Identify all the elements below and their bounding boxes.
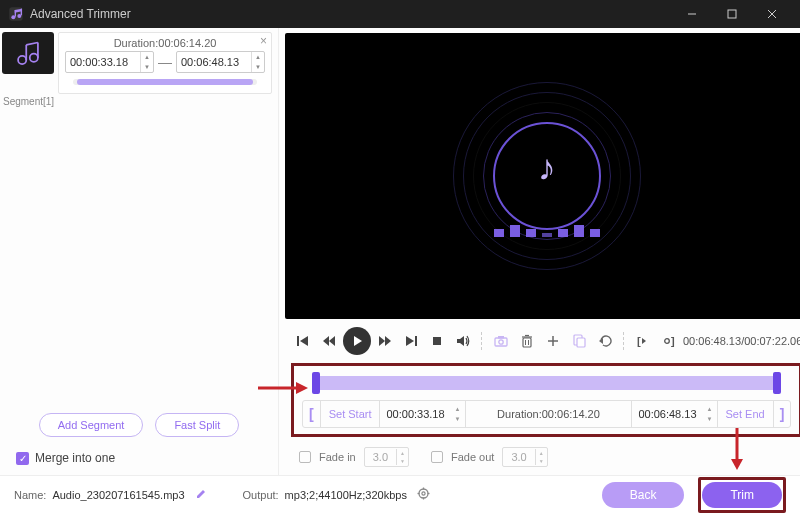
fade-in-checkbox[interactable]	[299, 451, 311, 463]
spin-up-icon[interactable]: ▲	[141, 52, 153, 62]
trim-handle-start[interactable]	[312, 372, 320, 394]
undo-icon[interactable]	[593, 329, 617, 353]
delete-icon[interactable]	[515, 329, 539, 353]
trim-slider[interactable]	[302, 372, 791, 394]
fade-out-checkbox[interactable]	[431, 451, 443, 463]
set-start-button[interactable]: Set Start	[321, 401, 381, 427]
skip-end-icon[interactable]	[399, 329, 423, 353]
fade-in-input[interactable]: 3.0▲▼	[364, 447, 409, 467]
segment-thumbnail[interactable]	[2, 32, 54, 74]
svg-point-9	[18, 56, 26, 64]
fade-out-label: Fade out	[451, 451, 494, 463]
svg-marker-17	[329, 336, 335, 346]
trim-button[interactable]: Trim	[702, 482, 782, 508]
svg-rect-28	[523, 338, 531, 347]
svg-rect-22	[415, 336, 417, 346]
snapshot-icon[interactable]	[489, 329, 513, 353]
footer-bar: Name: Audio_230207161545.mp3 Output: mp3…	[0, 475, 800, 513]
copy-icon[interactable]	[567, 329, 591, 353]
skip-start-icon[interactable]	[291, 329, 315, 353]
segment-panel: × Duration:00:06:14.20 ▲▼ — ▲▼	[58, 32, 272, 94]
mark-out-icon[interactable]: ]	[657, 329, 681, 353]
mark-in-icon[interactable]: [	[631, 329, 655, 353]
segment-start-input[interactable]: ▲▼	[65, 51, 154, 73]
svg-marker-15	[300, 336, 308, 346]
svg-point-26	[499, 340, 503, 344]
fast-split-button[interactable]: Fast Split	[155, 413, 239, 437]
add-icon[interactable]	[541, 329, 565, 353]
svg-marker-24	[457, 336, 464, 346]
svg-marker-19	[379, 336, 385, 346]
rewind-icon[interactable]	[317, 329, 341, 353]
trim-panel: [ Set Start 00:00:33.18▲▼ Duration:00:06…	[291, 363, 800, 437]
title-bar: Advanced Trimmer	[0, 0, 800, 28]
maximize-button[interactable]	[712, 0, 752, 28]
svg-marker-18	[354, 336, 362, 346]
segment-close-icon[interactable]: ×	[260, 35, 267, 47]
fade-in-label: Fade in	[319, 451, 356, 463]
close-button[interactable]	[752, 0, 792, 28]
output-label: Output:	[243, 489, 279, 501]
segment-end-input[interactable]: ▲▼	[176, 51, 265, 73]
trim-controls-row: [ Set Start 00:00:33.18▲▼ Duration:00:06…	[302, 400, 791, 428]
fade-out-input[interactable]: 3.0▲▼	[502, 447, 547, 467]
music-note-icon	[14, 39, 42, 67]
segment-duration: Duration:00:06:14.20	[65, 37, 265, 49]
svg-rect-27	[498, 336, 504, 339]
fade-controls: Fade in 3.0▲▼ Fade out 3.0▲▼	[279, 443, 800, 475]
svg-point-42	[419, 489, 428, 498]
output-value: mp3;2;44100Hz;320kbps	[285, 489, 407, 501]
add-segment-button[interactable]: Add Segment	[39, 413, 144, 437]
trim-handle-end[interactable]	[773, 372, 781, 394]
segment-mini-slider[interactable]	[73, 79, 257, 85]
svg-rect-23	[433, 337, 441, 345]
svg-marker-39	[642, 338, 646, 344]
name-label: Name:	[14, 489, 46, 501]
segment-sidebar: × Duration:00:06:14.20 ▲▼ — ▲▼ Segment[1…	[0, 28, 279, 475]
forward-icon[interactable]	[373, 329, 397, 353]
playback-toolbar: [ ] 00:06:48.13/00:07:22.06	[279, 323, 800, 361]
svg-text:[: [	[637, 335, 641, 347]
playback-time: 00:06:48.13/00:07:22.06	[683, 335, 800, 347]
name-value: Audio_230207161545.mp3	[52, 489, 184, 501]
music-note-icon: ♪	[538, 147, 556, 189]
segment-label: Segment[1]	[0, 94, 278, 107]
svg-point-10	[30, 54, 38, 62]
edit-name-icon[interactable]	[195, 488, 207, 502]
app-logo-icon	[8, 6, 24, 22]
trim-end-value[interactable]: 00:06:48.13	[632, 408, 702, 420]
back-button[interactable]: Back	[602, 482, 685, 508]
minimize-button[interactable]	[672, 0, 712, 28]
trim-start-value[interactable]: 00:00:33.18	[380, 408, 450, 420]
svg-marker-16	[323, 336, 329, 346]
stop-icon[interactable]	[425, 329, 449, 353]
svg-marker-20	[385, 336, 391, 346]
volume-icon[interactable]	[451, 329, 475, 353]
trim-highlight: Trim	[698, 477, 786, 513]
svg-rect-36	[577, 338, 585, 347]
trim-duration: Duration:00:06:14.20	[466, 401, 633, 427]
svg-rect-6	[728, 10, 736, 18]
play-button[interactable]	[343, 327, 371, 355]
equalizer-icon	[494, 225, 600, 237]
merge-label: Merge into one	[35, 451, 115, 465]
merge-checkbox[interactable]: ✓	[16, 452, 29, 465]
svg-line-13	[26, 43, 38, 45]
svg-marker-21	[406, 336, 414, 346]
spin-down-icon[interactable]: ▼	[252, 62, 264, 72]
svg-point-43	[422, 492, 425, 495]
window-title: Advanced Trimmer	[30, 7, 672, 21]
spin-up-icon[interactable]: ▲	[252, 52, 264, 62]
svg-rect-14	[297, 336, 299, 346]
svg-point-40	[665, 339, 670, 344]
svg-text:]: ]	[671, 335, 675, 347]
spin-down-icon[interactable]: ▼	[141, 62, 153, 72]
output-settings-icon[interactable]	[417, 487, 430, 502]
audio-preview: ♪	[285, 33, 800, 319]
set-end-button[interactable]: Set End	[718, 401, 774, 427]
